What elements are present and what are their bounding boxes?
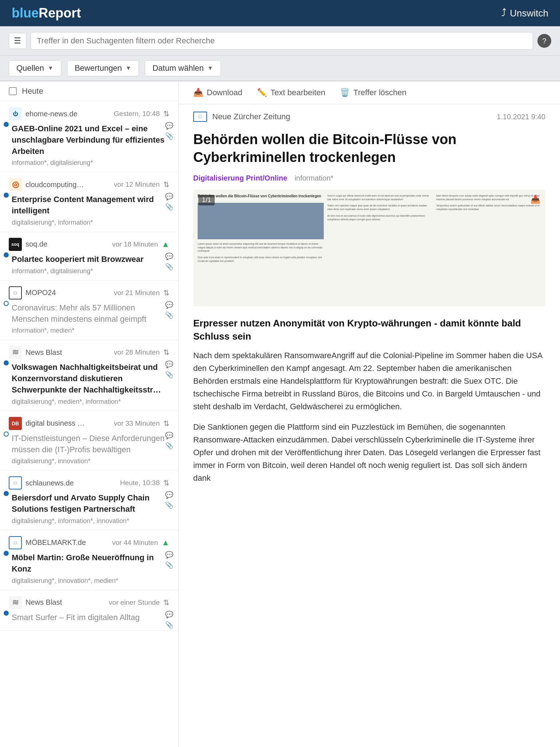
list-item[interactable]: ◎ cloudcomputing… vor 12 Minuten ⇅ Enter… <box>0 172 178 232</box>
news-title: Volkswagen Nachhaltigkeitsbeirat und Kon… <box>9 362 170 395</box>
sort-icon[interactable]: ⇅ <box>163 180 170 189</box>
comment-icon[interactable]: 💬 <box>165 611 173 619</box>
news-dot <box>4 611 9 616</box>
news-source: ≋ News Blast <box>9 596 62 609</box>
source-name: News Blast <box>26 348 62 357</box>
sort-icon[interactable]: ⇅ <box>163 419 170 428</box>
news-source: ⏻ ehome-news.de <box>9 107 77 120</box>
comment-icon[interactable]: 💬 <box>165 360 173 368</box>
source-name: schlaunews.de <box>26 479 74 487</box>
left-panel: Heute ⏻ ehome-news.de Gestern, 10:48 ⇅ G… <box>0 81 179 747</box>
comment-icon[interactable]: 💬 <box>165 551 173 559</box>
news-title: Möbel Martin: Große Neueröffnung in Konz <box>9 552 170 575</box>
attachment-icon[interactable]: 📎 <box>165 501 173 509</box>
news-item-header: □ MÖBELMARKT.de vor 44 Minuten ▲ <box>9 536 170 549</box>
news-actions: 💬 📎 <box>165 360 173 379</box>
sort-icon[interactable]: ⇅ <box>163 109 170 118</box>
article-title: Behörden wollen die Bitcoin-Flüsse von C… <box>179 125 560 174</box>
attachment-icon[interactable]: 📎 <box>165 442 173 450</box>
source-icon: □ <box>9 476 22 489</box>
sort-icon[interactable]: ⇅ <box>163 289 170 297</box>
comment-icon[interactable]: 💬 <box>165 431 173 440</box>
list-item[interactable]: □ schlaunews.de Heute, 10:38 ⇅ Beiersdor… <box>0 471 178 530</box>
list-item[interactable]: □ MOPO24 vor 21 Minuten ⇅ Coronavirus: M… <box>0 280 178 340</box>
category-tag: information* <box>295 174 334 182</box>
attachment-icon[interactable]: 📎 <box>165 621 173 629</box>
comment-icon[interactable]: 💬 <box>165 301 173 309</box>
sort-icon[interactable]: ⇅ <box>163 348 170 357</box>
datum-arrow-icon: ▼ <box>207 65 213 71</box>
quellen-dropdown[interactable]: Quellen ▼ <box>9 60 61 76</box>
search-input[interactable] <box>31 32 533 50</box>
attachment-icon[interactable]: 📎 <box>165 371 173 379</box>
time-text: Heute, 10:38 <box>120 479 160 487</box>
article-image-container: 1/1 📥 Behörden wollen die Bitcoin-Flüsse… <box>193 190 545 306</box>
list-item[interactable]: soq soq.de vor 18 Minuten ▲ Polartec koo… <box>0 232 178 280</box>
comment-icon[interactable]: 💬 <box>165 252 173 260</box>
logo-blue: blue <box>12 5 39 20</box>
news-title: IT-Dienstleistungen – Diese Anforderunge… <box>9 433 170 456</box>
news-tags: digitalisierung*, information*, innovati… <box>9 517 170 525</box>
news-time: Gestern, 10:48 ⇅ <box>114 109 170 118</box>
source-icon: ≋ <box>9 346 22 359</box>
attachment-icon[interactable]: 📎 <box>165 132 173 140</box>
app-header: blueReport ⤴ Unswitch <box>0 0 560 26</box>
news-time: vor 18 Minuten ▲ <box>112 240 170 249</box>
delete-button[interactable]: 🗑️ Treffer löschen <box>340 88 407 97</box>
article-subheading: Erpresser nutzen Anonymität von Krypto-w… <box>179 317 560 349</box>
source-icon: ≋ <box>9 596 22 609</box>
news-time: vor 12 Minuten ⇅ <box>114 180 170 189</box>
today-checkbox[interactable] <box>9 87 17 95</box>
hamburger-icon: ☰ <box>14 36 21 46</box>
today-row: Heute <box>0 81 178 101</box>
list-item[interactable]: ⏻ ehome-news.de Gestern, 10:48 ⇅ GAEB-On… <box>0 101 178 172</box>
category-badge: Digitalisierung Print/Online <box>193 174 287 182</box>
news-item-header: ≋ News Blast vor einer Stunde ⇅ <box>9 596 170 609</box>
news-actions: 💬 📎 <box>165 551 173 569</box>
news-tags: digitalisierung*, innovation* <box>9 457 170 465</box>
edit-button[interactable]: ✏️ Text bearbeiten <box>257 88 325 97</box>
news-dot <box>4 193 9 198</box>
app-logo: blueReport <box>12 5 81 21</box>
sort-icon[interactable]: ⇅ <box>163 479 170 487</box>
source-name: digital business … <box>26 419 85 427</box>
news-actions: 💬 📎 <box>165 193 173 211</box>
list-item[interactable]: ≋ News Blast vor einer Stunde ⇅ Smart Su… <box>0 590 178 631</box>
comment-icon[interactable]: 💬 <box>165 491 173 499</box>
news-source: □ MOPO24 <box>9 286 56 299</box>
attachment-icon[interactable]: 📎 <box>165 561 173 569</box>
time-text: vor 28 Minuten <box>114 348 160 356</box>
article-image-label: 1/1 <box>198 195 215 205</box>
list-item[interactable]: ≋ News Blast vor 28 Minuten ⇅ Volkswagen… <box>0 340 178 411</box>
source-name: Neue Zürcher Zeitung <box>212 112 290 121</box>
help-button[interactable]: ? <box>537 34 551 48</box>
news-time: vor 33 Minuten ⇅ <box>114 419 170 428</box>
trash-icon: 🗑️ <box>340 88 350 97</box>
edit-label: Text bearbeiten <box>271 88 325 97</box>
arrow-up-icon[interactable]: ▲ <box>162 538 170 547</box>
news-item-header: □ MOPO24 vor 21 Minuten ⇅ <box>9 286 170 299</box>
download-label: Download <box>207 88 242 97</box>
unswitch-button[interactable]: ⤴ Unswitch <box>501 7 548 19</box>
list-item[interactable]: □ MÖBELMARKT.de vor 44 Minuten ▲ Möbel M… <box>0 530 178 590</box>
arrow-up-icon[interactable]: ▲ <box>162 240 170 249</box>
news-time: vor einer Stunde ⇅ <box>109 598 170 607</box>
hamburger-button[interactable]: ☰ <box>9 33 26 49</box>
attachment-icon[interactable]: 📎 <box>165 263 173 271</box>
list-item[interactable]: DB digital business … vor 33 Minuten ⇅ I… <box>0 411 178 471</box>
news-actions: 💬 📎 <box>165 252 173 271</box>
comment-icon[interactable]: 💬 <box>165 193 173 201</box>
bewertungen-arrow-icon: ▼ <box>125 65 131 71</box>
news-source: soq soq.de <box>9 238 47 251</box>
bewertungen-dropdown[interactable]: Bewertungen ▼ <box>67 60 139 76</box>
datum-dropdown[interactable]: Datum wählen ▼ <box>145 60 221 76</box>
datum-label: Datum wählen <box>152 63 204 73</box>
sort-icon[interactable]: ⇅ <box>163 598 170 607</box>
comment-icon[interactable]: 💬 <box>165 122 173 130</box>
attachment-icon[interactable]: 📎 <box>165 311 173 319</box>
nzz-icon: □ <box>193 112 207 122</box>
news-dot <box>4 551 9 556</box>
download-button[interactable]: 📥 Download <box>193 88 242 97</box>
article-image-download[interactable]: 📥 <box>530 195 540 204</box>
attachment-icon[interactable]: 📎 <box>165 203 173 211</box>
